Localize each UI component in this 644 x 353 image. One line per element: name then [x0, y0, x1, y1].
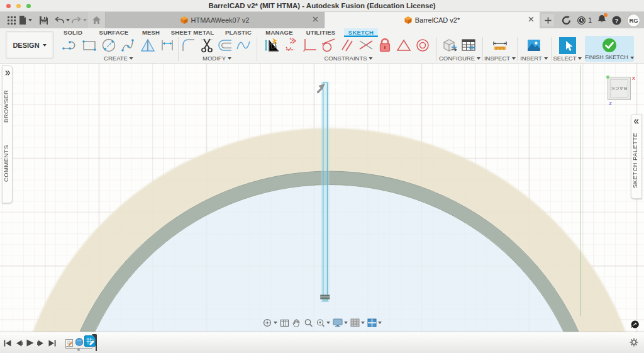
- sketch-geometry[interactable]: [0, 64, 644, 332]
- look-at-button[interactable]: [280, 318, 289, 328]
- fit-button[interactable]: [316, 318, 330, 328]
- browser-panel-tab[interactable]: BROWSER: [3, 80, 12, 133]
- group-label-configure[interactable]: CONFIGURE: [439, 55, 480, 62]
- ribbon-tab-plastic[interactable]: PLASTIC: [221, 28, 256, 37]
- spline-tool-icon[interactable]: [119, 36, 137, 54]
- step-back-button[interactable]: [14, 338, 24, 348]
- close-tab-icon[interactable]: [313, 16, 318, 22]
- step-forward-icon: [37, 340, 45, 347]
- workspace-selector[interactable]: DESIGN: [6, 31, 53, 59]
- undo-button[interactable]: [53, 12, 71, 28]
- redo-button[interactable]: [70, 12, 88, 28]
- ribbon-tab-mesh[interactable]: MESH: [138, 28, 164, 37]
- skip-to-end-button[interactable]: [47, 338, 57, 348]
- file-menu-button[interactable]: [18, 12, 33, 28]
- break-tool-icon[interactable]: [235, 36, 252, 54]
- parallel-icon[interactable]: [338, 36, 356, 54]
- zoom-button[interactable]: [304, 318, 313, 328]
- play-button[interactable]: [25, 338, 35, 348]
- workspace-caret: [43, 44, 47, 47]
- orbit-button[interactable]: [262, 318, 277, 328]
- midpoint-icon[interactable]: [395, 36, 413, 54]
- expand-left-icon[interactable]: [634, 119, 639, 124]
- measure-icon[interactable]: [491, 36, 509, 54]
- ribbon-group-constraints: CONSTRAINTS: [263, 36, 434, 62]
- expand-right-icon[interactable]: [5, 70, 10, 76]
- grid-snaps-icon: [350, 318, 360, 327]
- group-label-insert[interactable]: INSERT: [520, 55, 548, 62]
- pan-button[interactable]: [292, 318, 301, 328]
- new-tab-button[interactable]: [541, 14, 554, 26]
- sketch-palette-tab[interactable]: SKETCH PALETTE: [631, 126, 641, 195]
- step-forward-button[interactable]: [36, 338, 46, 348]
- group-label-constraints[interactable]: CONSTRAINTS: [324, 55, 372, 62]
- ribbon-tab-solid[interactable]: SOLID: [59, 28, 87, 37]
- timeline-marker-line[interactable]: [96, 335, 97, 351]
- pan-icon: [292, 318, 301, 328]
- zoom-icon: [304, 318, 313, 328]
- configuration-table-icon[interactable]: [460, 36, 477, 54]
- avatar-initials: RG: [629, 17, 638, 24]
- viewcube[interactable]: BACK X Z: [608, 77, 631, 100]
- rectangle-tool-icon[interactable]: [80, 36, 98, 54]
- group-label-modify[interactable]: MODIFY: [203, 55, 231, 62]
- comments-panel-tab[interactable]: COMMENTS: [3, 132, 12, 195]
- trim-tool-icon[interactable]: [198, 36, 216, 54]
- group-label-inspect[interactable]: INSPECT: [484, 55, 516, 62]
- document-tab-barrelcad[interactable]: BarrelCAD v2*: [325, 12, 540, 28]
- ribbon-tab-sheet-metal[interactable]: SHEET METAL: [167, 28, 219, 37]
- dimension-tool-icon[interactable]: [158, 36, 176, 54]
- circle-tool-icon[interactable]: [100, 36, 118, 54]
- perpendicular-icon[interactable]: [301, 36, 318, 54]
- offset-tool-icon[interactable]: [216, 36, 234, 54]
- group-separator: [482, 37, 483, 61]
- home-view-button[interactable]: [87, 12, 106, 28]
- tangent-icon[interactable]: [319, 36, 337, 54]
- viewport-canvas[interactable]: BACK X Z BROWSER COMMENTS SKETCH PALETTE: [0, 64, 644, 332]
- help-icon[interactable]: ?: [612, 16, 621, 25]
- concentric-icon[interactable]: [414, 36, 431, 54]
- group-separator: [551, 37, 552, 61]
- timeline-group-knob[interactable]: [77, 349, 80, 351]
- ribbon-tab-surface[interactable]: SURFACE: [95, 28, 133, 37]
- viewports-button[interactable]: [367, 318, 382, 327]
- fix-lock-icon[interactable]: [376, 36, 394, 54]
- finish-sketch-button[interactable]: FINISH SKETCH: [585, 36, 634, 62]
- group-label-select[interactable]: SELECT: [553, 55, 582, 62]
- job-status-icon[interactable]: [562, 16, 571, 25]
- collinear-icon[interactable]: [357, 36, 375, 54]
- viewcube-face[interactable]: BACK: [610, 79, 628, 98]
- ribbon-group-select: SELECT: [558, 36, 577, 62]
- group-caret: [130, 57, 133, 60]
- close-tab-icon[interactable]: [528, 16, 534, 22]
- assistant-chat-button[interactable]: [631, 320, 639, 328]
- line-tool-icon[interactable]: [61, 36, 79, 54]
- save-button[interactable]: [38, 12, 49, 28]
- group-caret: [578, 57, 582, 60]
- coincident-icon[interactable]: [282, 36, 299, 54]
- sketch-dimension-icon[interactable]: [263, 36, 280, 54]
- document-tab-htmaaweek07[interactable]: HTMAAWeek07 v2: [106, 12, 325, 28]
- grid-snaps-button[interactable]: [350, 318, 365, 327]
- notifications-button[interactable]: [597, 14, 606, 26]
- skip-to-start-button[interactable]: [3, 338, 13, 348]
- configuration-box-icon[interactable]: [441, 36, 458, 54]
- user-avatar[interactable]: RG: [627, 14, 640, 27]
- fusion-document-icon: [404, 16, 412, 24]
- ribbon-tab-manage[interactable]: MANAGE: [261, 28, 297, 37]
- group-separator: [178, 37, 179, 61]
- insert-image-icon[interactable]: [525, 36, 543, 54]
- file-menu-caret: [28, 19, 32, 21]
- skip-to-end-icon: [48, 340, 56, 347]
- fillet-tool-icon[interactable]: [180, 36, 197, 54]
- workspace-label: DESIGN: [13, 42, 39, 49]
- group-label-create[interactable]: CREATE: [104, 55, 133, 62]
- job-queue-button[interactable]: 1: [577, 16, 592, 25]
- display-settings-button[interactable]: [333, 318, 348, 327]
- mirror-tool-icon[interactable]: [139, 36, 157, 54]
- ribbon-tab-utilities[interactable]: UTILITIES: [302, 28, 340, 37]
- orbit-caret: [274, 322, 277, 324]
- ribbon-tab-sketch[interactable]: SKETCH: [344, 28, 378, 37]
- select-cursor-icon[interactable]: [558, 36, 577, 55]
- gear-icon[interactable]: [630, 338, 638, 347]
